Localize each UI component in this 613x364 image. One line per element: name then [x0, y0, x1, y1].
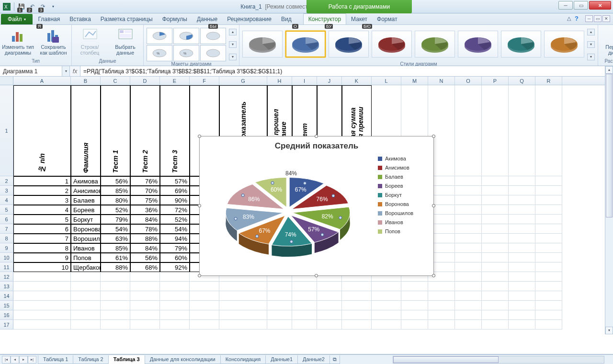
- table-cell[interactable]: [535, 234, 562, 243]
- table-cell[interactable]: [535, 224, 562, 234]
- table-cell[interactable]: [455, 262, 482, 272]
- tab-home[interactable]: Главная: [34, 14, 65, 24]
- table-cell[interactable]: 72%: [160, 205, 190, 215]
- save-as-template-button[interactable]: Сохранить как шаблон: [37, 28, 70, 56]
- table-header-cell[interactable]: № п/п: [13, 85, 71, 176]
- table-cell[interactable]: 60%: [160, 253, 190, 262]
- chart-style-thumb[interactable]: [242, 31, 283, 57]
- chart-style-thumb[interactable]: [501, 31, 541, 57]
- table-cell[interactable]: 56%: [130, 253, 160, 262]
- column-header[interactable]: R: [535, 77, 562, 85]
- change-chart-type-button[interactable]: Изменить тип диаграммы: [2, 28, 34, 56]
- tab-chart-format[interactable]: Формат: [372, 14, 402, 24]
- chart-styles-gallery[interactable]: [242, 28, 584, 57]
- table-cell[interactable]: [455, 205, 482, 215]
- table-cell[interactable]: [535, 195, 562, 205]
- file-tab[interactable]: Файл▾: [1, 14, 33, 24]
- table-header-cell[interactable]: Тест 1: [101, 85, 130, 176]
- row-header[interactable]: 11: [0, 262, 13, 272]
- table-cell[interactable]: 84%: [130, 243, 160, 253]
- help-icon[interactable]: ?: [575, 15, 579, 22]
- sheet-tab[interactable]: Данные1: [265, 355, 298, 364]
- table-cell[interactable]: 9: [13, 253, 71, 262]
- table-cell[interactable]: 52%: [160, 215, 190, 224]
- table-cell[interactable]: 2: [13, 186, 71, 195]
- table-cell[interactable]: [482, 215, 509, 224]
- tab-view[interactable]: Вид: [276, 14, 296, 24]
- column-header[interactable]: P: [482, 77, 509, 85]
- tab-insert[interactable]: Вставка: [65, 14, 96, 24]
- table-header-cell[interactable]: Фамилия: [71, 85, 101, 176]
- table-cell[interactable]: 3: [13, 195, 71, 205]
- tab-page-layout[interactable]: Разметка страницы: [96, 14, 158, 24]
- table-cell[interactable]: Иванов: [71, 243, 101, 253]
- row-header[interactable]: 6: [0, 215, 13, 224]
- formula-input[interactable]: =РЯД('Таблица 3'!$G$1;'Таблица 3'!$B$2:$…: [80, 66, 605, 76]
- row-header[interactable]: 17: [0, 320, 13, 330]
- legend-item[interactable]: Акимова: [378, 156, 433, 161]
- table-cell[interactable]: 57%: [160, 176, 190, 186]
- table-header-cell[interactable]: Тест 2: [130, 85, 160, 176]
- row-header[interactable]: 7: [0, 224, 13, 234]
- sheet-tab[interactable]: Таблица 1: [38, 355, 73, 364]
- table-cell[interactable]: Акимова: [71, 176, 101, 186]
- table-cell[interactable]: [509, 243, 535, 253]
- column-header[interactable]: F: [190, 77, 219, 85]
- legend-item[interactable]: Анисимов: [378, 165, 433, 171]
- table-cell[interactable]: 75%: [130, 195, 160, 205]
- row-header[interactable]: 15: [0, 301, 13, 310]
- table-cell[interactable]: [482, 205, 509, 215]
- table-cell[interactable]: 78%: [130, 224, 160, 234]
- table-cell[interactable]: 5: [13, 215, 71, 224]
- switch-row-column-button[interactable]: Строка/столбец: [74, 28, 106, 56]
- table-cell[interactable]: [535, 186, 562, 195]
- table-cell[interactable]: 79%: [101, 215, 130, 224]
- legend-item[interactable]: Иванов: [378, 219, 433, 225]
- table-cell[interactable]: 52%: [101, 205, 130, 215]
- table-cell[interactable]: Попов: [71, 253, 101, 262]
- table-cell[interactable]: [535, 253, 562, 262]
- tab-data[interactable]: Данные: [192, 14, 222, 24]
- table-cell[interactable]: [482, 224, 509, 234]
- qat-dropdown-icon[interactable]: ▾: [48, 2, 58, 11]
- table-cell[interactable]: [509, 195, 535, 205]
- row-header[interactable]: 1: [0, 85, 13, 176]
- table-cell[interactable]: [509, 262, 535, 272]
- chart-style-thumb[interactable]: [372, 31, 412, 57]
- table-cell[interactable]: [482, 253, 509, 262]
- column-header[interactable]: M: [401, 77, 428, 85]
- select-data-button[interactable]: Выбрать данные: [109, 28, 142, 56]
- row-header[interactable]: 9: [0, 243, 13, 253]
- table-cell[interactable]: [482, 243, 509, 253]
- sheet-tab[interactable]: Таблица 3: [108, 355, 145, 364]
- table-cell[interactable]: [455, 176, 482, 186]
- minimize-button[interactable]: ─: [558, 1, 573, 10]
- table-cell[interactable]: 88%: [130, 234, 160, 243]
- column-header[interactable]: C: [101, 77, 130, 85]
- table-cell[interactable]: [509, 186, 535, 195]
- chart-title[interactable]: Средний показатель: [200, 136, 433, 153]
- table-cell[interactable]: [509, 215, 535, 224]
- excel-icon[interactable]: X: [2, 2, 11, 11]
- table-cell[interactable]: Воронова: [71, 224, 101, 234]
- table-cell[interactable]: 54%: [101, 224, 130, 234]
- name-box[interactable]: Диаграмма 1: [0, 66, 62, 76]
- table-cell[interactable]: 76%: [130, 176, 160, 186]
- column-header[interactable]: J: [317, 77, 342, 85]
- column-header[interactable]: K: [342, 77, 372, 85]
- row-header[interactable]: 13: [0, 282, 13, 291]
- table-cell[interactable]: Балаев: [71, 195, 101, 205]
- close-button[interactable]: ✕: [589, 1, 611, 10]
- legend-item[interactable]: Попов: [378, 228, 433, 234]
- column-header[interactable]: A: [13, 77, 71, 85]
- table-cell[interactable]: [455, 243, 482, 253]
- tab-review[interactable]: Рецензирование: [222, 14, 276, 24]
- table-cell[interactable]: [535, 243, 562, 253]
- table-cell[interactable]: [455, 195, 482, 205]
- table-cell[interactable]: [455, 215, 482, 224]
- column-header[interactable]: B: [71, 77, 101, 85]
- column-header[interactable]: H: [267, 77, 292, 85]
- table-cell[interactable]: 85%: [101, 243, 130, 253]
- move-chart-button[interactable]: Переместить диаграмму: [601, 28, 613, 56]
- tab-chart-layout[interactable]: Макет: [346, 14, 372, 24]
